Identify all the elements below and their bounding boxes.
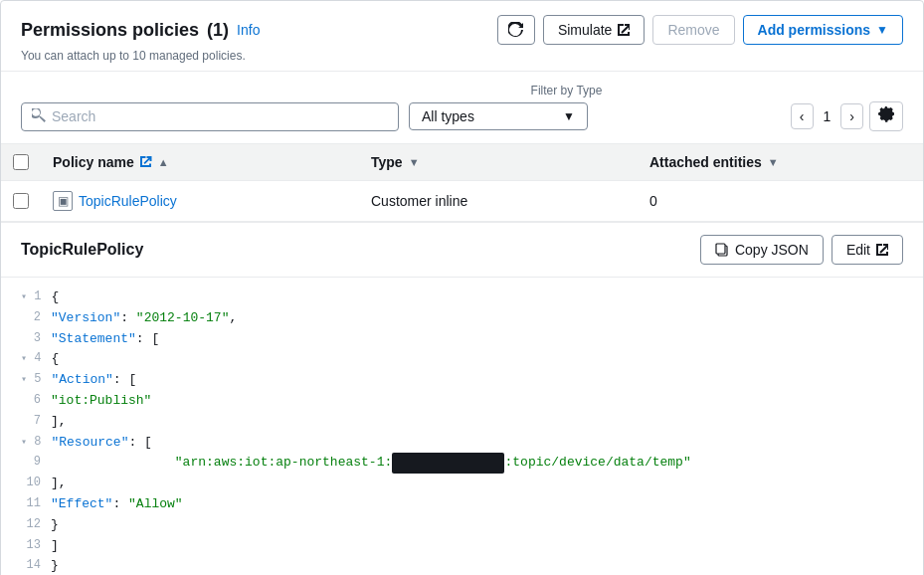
copy-json-label: Copy JSON xyxy=(735,242,809,258)
edit-label: Edit xyxy=(846,242,870,258)
simulate-label: Simulate xyxy=(558,22,612,38)
line-content: } xyxy=(51,515,59,536)
simulate-button[interactable]: Simulate xyxy=(543,15,645,45)
line-number: 6 xyxy=(21,391,51,412)
json-line: 9 "arn:aws:iot:ap-northeast-1: :topic/de… xyxy=(21,453,903,474)
line-content: "arn:aws:iot:ap-northeast-1: :topic/devi… xyxy=(51,453,691,474)
line-number: 7 xyxy=(21,412,51,433)
type-label: Type xyxy=(371,154,403,170)
copy-icon xyxy=(715,243,729,257)
attached-cell: 0 xyxy=(638,181,923,222)
search-input[interactable] xyxy=(52,108,388,124)
select-all-col xyxy=(1,144,41,181)
json-line: 6 "iot:Publish" xyxy=(21,391,903,412)
line-content: } xyxy=(51,556,59,575)
line-number: 2 xyxy=(21,308,51,329)
page-title: Permissions policies xyxy=(21,20,199,41)
line-content: ] xyxy=(51,536,59,557)
type-cell: Customer inline xyxy=(359,181,638,222)
add-permissions-arrow: ▼ xyxy=(876,23,888,37)
filter-row: All types ▼ ‹ 1 › xyxy=(21,101,903,131)
row-checkbox-cell xyxy=(1,181,41,222)
external-link-small-icon xyxy=(140,156,152,168)
json-line: ▾ 5 "Action": [ xyxy=(21,370,903,391)
table-settings-button[interactable] xyxy=(869,101,903,131)
info-link[interactable]: Info xyxy=(237,22,260,38)
json-header: TopicRulePolicy Copy JSON Edit xyxy=(1,223,923,278)
permissions-table: Policy name ▲ Type ▼ xyxy=(1,144,923,222)
header-actions: Simulate Remove Add permissions ▼ xyxy=(497,15,903,45)
json-section: TopicRulePolicy Copy JSON Edit ▾ xyxy=(1,223,923,575)
line-content: { xyxy=(51,288,59,308)
remove-button[interactable]: Remove xyxy=(652,15,734,45)
json-actions: Copy JSON Edit xyxy=(700,235,903,265)
line-content: "Version": "2012-10-17", xyxy=(51,308,237,329)
line-content: "Action": [ xyxy=(51,370,136,391)
line-content: "Effect": "Allow" xyxy=(51,494,183,515)
json-line: 10 ], xyxy=(21,474,903,494)
refresh-icon xyxy=(508,22,524,38)
add-permissions-button[interactable]: Add permissions ▼ xyxy=(743,15,903,45)
subtitle: You can attach up to 10 managed policies… xyxy=(21,49,903,63)
policy-count: (1) xyxy=(207,20,229,41)
policy-name-link[interactable]: TopicRulePolicy xyxy=(79,193,177,209)
json-line: 14} xyxy=(21,556,903,575)
line-number: 13 xyxy=(21,536,51,557)
policy-name-header: Policy name ▲ xyxy=(41,144,359,181)
policy-name-label: Policy name xyxy=(53,154,134,170)
json-line: ▾ 8 "Resource": [ xyxy=(21,433,903,454)
line-number: 11 xyxy=(21,494,51,515)
line-content: "iot:Publish" xyxy=(51,391,151,412)
line-number: ▾ 5 xyxy=(21,370,51,391)
filter-label: Filter by Type xyxy=(230,84,903,97)
json-title: TopicRulePolicy xyxy=(21,241,143,259)
line-number: 3 xyxy=(21,329,51,350)
copy-json-button[interactable]: Copy JSON xyxy=(700,235,824,265)
policy-name-cell: ▣ TopicRulePolicy xyxy=(41,181,359,222)
json-line: 2 "Version": "2012-10-17", xyxy=(21,308,903,329)
line-number: 9 xyxy=(21,453,51,474)
next-page-button[interactable]: › xyxy=(840,103,863,129)
json-line: 13 ] xyxy=(21,536,903,557)
line-number: 10 xyxy=(21,474,51,494)
line-number: 14 xyxy=(21,556,51,575)
filter-section: Filter by Type All types ▼ ‹ 1 › xyxy=(1,72,923,143)
json-line: ▾ 1{ xyxy=(21,288,903,308)
dropdown-arrow-icon: ▼ xyxy=(563,109,575,123)
page-container: Permissions policies (1) Info Simulate xyxy=(0,0,924,575)
line-content: "Statement": [ xyxy=(51,329,159,350)
prev-page-button[interactable]: ‹ xyxy=(791,103,814,129)
type-select[interactable]: All types ▼ xyxy=(409,102,588,130)
json-line: ▾ 4 { xyxy=(21,349,903,370)
line-content: { xyxy=(51,349,59,370)
sort-asc-icon: ▲ xyxy=(158,156,169,168)
json-line: 3 "Statement": [ xyxy=(21,329,903,350)
policy-icon: ▣ xyxy=(53,191,73,211)
page-number: 1 xyxy=(820,108,835,124)
refresh-button[interactable] xyxy=(497,15,535,45)
json-line: 11 "Effect": "Allow" xyxy=(21,494,903,515)
attached-filter-icon: ▼ xyxy=(768,156,779,168)
json-line: 7 ], xyxy=(21,412,903,433)
select-all-checkbox[interactable] xyxy=(13,154,29,170)
pagination-area: ‹ 1 › xyxy=(791,101,903,131)
edit-button[interactable]: Edit xyxy=(832,235,903,265)
type-select-text: All types xyxy=(422,108,474,124)
line-content: "Resource": [ xyxy=(51,433,151,454)
line-number: ▾ 1 xyxy=(21,288,51,308)
remove-label: Remove xyxy=(667,22,719,38)
attached-header: Attached entities ▼ xyxy=(638,144,923,181)
table-row: ▣ TopicRulePolicy Customer inline 0 xyxy=(1,181,923,222)
line-number: ▾ 4 xyxy=(21,349,51,370)
json-line: 12 } xyxy=(21,515,903,536)
line-content: ], xyxy=(51,412,67,433)
line-content: ], xyxy=(51,474,67,494)
settings-icon xyxy=(878,106,894,122)
header: Permissions policies (1) Info Simulate xyxy=(1,1,923,72)
search-icon xyxy=(32,108,46,125)
row-checkbox[interactable] xyxy=(13,193,29,209)
line-number: ▾ 8 xyxy=(21,433,51,454)
add-permissions-label: Add permissions xyxy=(758,22,871,38)
external-link-icon xyxy=(618,24,630,36)
json-body: ▾ 1{2 "Version": "2012-10-17",3 "Stateme… xyxy=(1,278,923,575)
